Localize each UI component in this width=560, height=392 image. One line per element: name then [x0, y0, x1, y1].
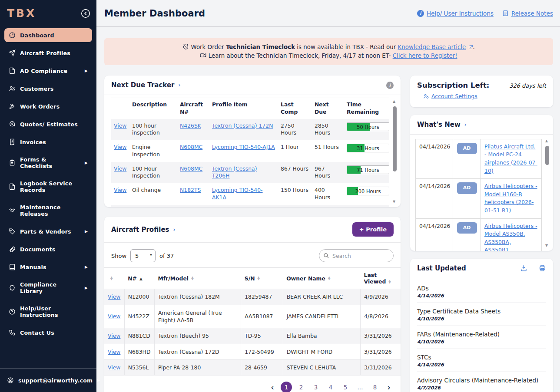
profile-item-link[interactable]: Lycoming TIO-540-AJ1A: [212, 144, 275, 150]
view-link[interactable]: View: [108, 364, 120, 371]
pagination-page[interactable]: 4: [325, 382, 336, 392]
aircraft-profiles-card: Aircraft Profiles › + Profile Show 5 of …: [104, 217, 401, 392]
scrollbar-thumb[interactable]: [545, 146, 549, 165]
pagination-prev-icon[interactable]: ‹: [268, 382, 277, 392]
pagination-page[interactable]: 1: [281, 382, 292, 392]
scrollbar[interactable]: ▲ ▼: [545, 139, 550, 247]
pagination-page[interactable]: 3: [310, 382, 321, 392]
print-icon[interactable]: [539, 264, 546, 272]
whats-new-link[interactable]: Pilatus Aircraft Ltd. - Model PC-24 airp…: [484, 143, 537, 174]
release-notes-link[interactable]: Release Notes: [511, 10, 553, 17]
chevron-right-icon: ▶: [85, 286, 88, 290]
column-header-n-number[interactable]: N#▲: [124, 268, 154, 289]
search-input[interactable]: [319, 249, 394, 262]
column-header-sn[interactable]: S/N▲▼: [241, 268, 283, 289]
info-icon[interactable]: i: [386, 82, 394, 89]
support-account-item[interactable]: support@airworthy.com ▶: [6, 375, 90, 385]
view-link[interactable]: View: [114, 122, 126, 129]
aircraft-icon: [9, 49, 16, 56]
banner-line-2: Learn about the Technician Timeclock, Fr…: [110, 52, 547, 60]
pagination-page[interactable]: 2: [295, 382, 307, 392]
column-header-profile-item: Profile Item: [209, 98, 278, 119]
account-settings-icon: [423, 93, 429, 99]
whats-new-link[interactable]: Airbus Helicopters - Model AS350B, AS350…: [484, 223, 537, 251]
scroll-down-icon[interactable]: ▼: [545, 244, 548, 247]
pagination-page[interactable]: 8: [369, 382, 381, 392]
sidebar-item-parts-vendors[interactable]: Parts & Vendors ▶: [4, 224, 92, 238]
table-row: View N4522Z American General (True Fligh…: [104, 305, 401, 328]
sidebar-item-help-user-instructions[interactable]: Help/User Instructions: [4, 302, 92, 322]
sidebar-collapse-icon[interactable]: [81, 9, 90, 18]
invoice-icon: [9, 138, 16, 145]
sidebar-item-contact-us[interactable]: Contact Us: [4, 326, 92, 339]
pagination: ‹ 1 2 3 4 5 ... 8 ›: [104, 376, 401, 392]
sidebar-item-logbook-service-records[interactable]: Logbook Service Records: [4, 177, 92, 197]
knowledge-base-link[interactable]: Knowledge Base article: [398, 44, 466, 50]
profile-item-link[interactable]: Lycoming TIO-540-AK1A: [212, 187, 263, 201]
question-circle-icon: [9, 308, 16, 315]
sidebar-item-documents[interactable]: Documents: [4, 242, 92, 256]
sidebar-item-maintenance-releases[interactable]: Maintenance Releases: [4, 201, 92, 221]
chevron-right-icon[interactable]: ›: [464, 122, 467, 128]
sidebar-item-compliance-library[interactable]: Compliance Library ▶: [4, 278, 92, 298]
help-user-instructions-link[interactable]: Help/ User Instructions: [427, 10, 494, 17]
book-icon: [9, 264, 16, 270]
aircraft-link[interactable]: N608MC: [180, 144, 202, 150]
whats-new-link[interactable]: Airbus Helicopters - Model H160-B helico…: [484, 183, 537, 214]
scrollbar-thumb[interactable]: [393, 106, 397, 171]
column-header-last-viewed[interactable]: Last Viewed▲▼: [361, 268, 401, 289]
scrollbar[interactable]: ▲ ▼: [392, 99, 398, 204]
list-item: 04/14/2026 AD Airbus Helicopters - Model…: [416, 218, 542, 251]
download-icon[interactable]: [520, 264, 527, 272]
chevron-right-icon: ▶: [85, 69, 88, 73]
sidebar-item-manuals[interactable]: Manuals ▶: [4, 260, 92, 274]
announcement-banner: Work Order Technician Timeclock is now a…: [104, 38, 553, 65]
aircraft-link[interactable]: N426SK: [180, 122, 201, 129]
sidebar-item-invoices[interactable]: Invoices: [4, 135, 92, 149]
account-settings-link[interactable]: Account Settings: [423, 93, 477, 99]
content: Work Order Technician Timeclock is now a…: [96, 27, 560, 392]
profile-item-link[interactable]: Textron (Cessna) T206H: [212, 165, 257, 179]
pagination-next-icon[interactable]: ›: [384, 382, 394, 392]
sidebar-item-work-orders[interactable]: Work Orders: [4, 99, 92, 113]
sort-icon: ▲▼: [258, 277, 260, 280]
aircraft-link[interactable]: N182TS: [180, 187, 201, 193]
whats-new-table: 04/14/2026 AD Pilatus Aircraft Ltd. - Mo…: [415, 139, 542, 251]
add-profile-button[interactable]: + Profile: [352, 222, 394, 237]
register-link[interactable]: Click here to Register!: [393, 53, 457, 59]
scroll-down-icon[interactable]: ▼: [393, 200, 395, 204]
view-link[interactable]: View: [114, 144, 126, 150]
profile-item-link[interactable]: Textron (Cessna) 172N: [212, 122, 273, 129]
chevron-right-icon[interactable]: ›: [173, 227, 176, 233]
chevron-right-icon[interactable]: ›: [178, 82, 180, 88]
aircraft-link[interactable]: N608MC: [180, 165, 202, 172]
view-link[interactable]: View: [108, 349, 120, 355]
column-header-owner-name[interactable]: Owner Name▲▼: [283, 268, 360, 289]
column-header-action[interactable]: ▲▼: [104, 268, 124, 289]
column-header-mfr-model[interactable]: Mfr/Model▲▼: [154, 268, 241, 289]
pagination-page[interactable]: 5: [340, 382, 351, 392]
sidebar-item-aircraft-profiles[interactable]: Aircraft Profiles: [4, 46, 92, 60]
sidebar-nav: Dashboard Aircraft Profiles AD Complianc…: [0, 23, 96, 339]
scroll-up-icon[interactable]: ▲: [393, 99, 395, 103]
view-link[interactable]: View: [114, 187, 126, 193]
chevron-right-icon: ▶: [85, 229, 88, 234]
page-size-select[interactable]: 5: [130, 249, 156, 262]
view-link[interactable]: View: [114, 165, 126, 172]
column-header-action: [111, 98, 129, 119]
sidebar-item-customers[interactable]: Customers: [4, 82, 92, 96]
tbx-logo: TBX: [7, 7, 36, 20]
sidebar: TBX Dashboard Aircraft Profiles AD Compl…: [0, 0, 96, 392]
phone-icon: [9, 329, 16, 336]
sidebar-item-forms-checklists[interactable]: Forms & Checklists ▶: [4, 153, 92, 173]
sidebar-item-quotes-estimates[interactable]: Quotes/ Estimates: [4, 117, 92, 131]
scroll-up-icon[interactable]: ▲: [545, 139, 548, 143]
sidebar-item-dashboard[interactable]: Dashboard: [4, 28, 92, 42]
view-link[interactable]: View: [108, 293, 120, 300]
document-icon: [9, 67, 16, 74]
dashboard-icon: [9, 32, 16, 39]
list-item: 04/14/2026 AD Airbus Helicopters - Model…: [416, 179, 542, 218]
view-link[interactable]: View: [108, 333, 120, 339]
view-link[interactable]: View: [108, 313, 120, 320]
sidebar-item-ad-compliance[interactable]: AD Compliance ▶: [4, 64, 92, 78]
